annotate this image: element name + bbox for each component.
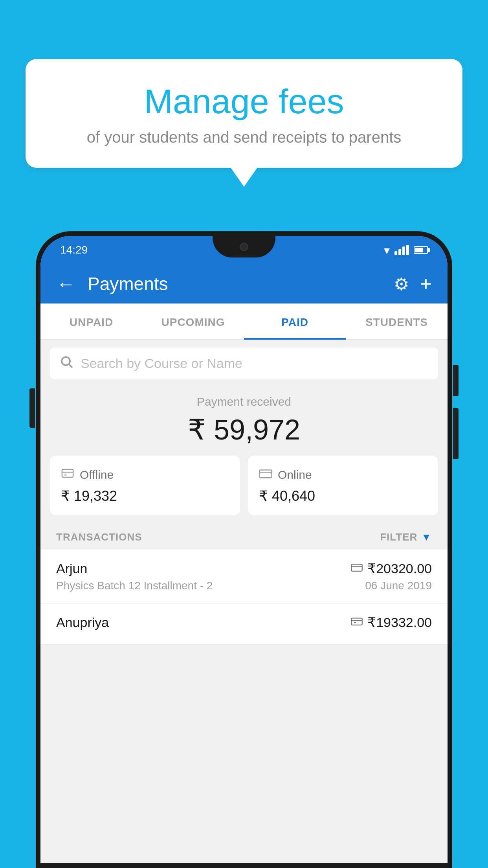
online-payment-card: Online ₹ 40,640 [248, 456, 438, 515]
payment-received-section: Payment received ₹ 59,972 [40, 379, 448, 456]
transaction-row-bottom: Physics Batch 12 Installment - 2 06 June… [56, 579, 432, 592]
tab-upcoming[interactable]: UPCOMING [142, 303, 244, 339]
background: Manage fees of your students and send re… [0, 0, 488, 868]
tab-students[interactable]: STUDENTS [346, 303, 448, 339]
filter-icon: ▼ [421, 531, 432, 543]
svg-rect-5 [259, 470, 272, 478]
filter-label: FILTER [380, 531, 417, 543]
online-icon [259, 467, 272, 483]
speech-bubble-container: Manage fees of your students and send re… [26, 59, 462, 187]
tabs-bar: UNPAID UPCOMING PAID STUDENTS [40, 303, 448, 340]
speech-bubble: Manage fees of your students and send re… [26, 59, 462, 168]
camera [240, 243, 248, 251]
online-amount: ₹ 40,640 [259, 488, 427, 504]
power-button-bottom [453, 408, 459, 459]
payment-received-amount: ₹ 59,972 [50, 413, 438, 446]
speech-bubble-arrow [230, 167, 258, 187]
page-title: Payments [88, 273, 382, 294]
volume-button [29, 388, 35, 428]
transaction-amount-container: ₹19332.00 [351, 614, 432, 630]
transaction-amount-container: ₹20320.00 [351, 561, 432, 576]
signal-icon [394, 245, 409, 255]
power-button-top [453, 365, 459, 396]
phone-mockup: 14:29 ▾ [36, 231, 452, 868]
status-time: 14:29 [60, 244, 88, 256]
online-card-header: Online [259, 467, 427, 483]
transaction-name: Anupriya [56, 615, 109, 630]
battery-icon [414, 246, 428, 254]
transactions-header: TRANSACTIONS FILTER ▼ [40, 525, 448, 550]
payment-cards: Offline ₹ 19,332 [40, 456, 448, 525]
app-header: ← Payments ⚙ + [40, 264, 448, 303]
svg-rect-2 [62, 469, 73, 477]
filter-button[interactable]: FILTER ▼ [380, 531, 432, 543]
bubble-subtitle: of your students and send receipts to pa… [49, 129, 439, 146]
back-button[interactable]: ← [56, 272, 76, 295]
transaction-amount: ₹20320.00 [367, 561, 432, 576]
phone-screen: 14:29 ▾ [40, 236, 448, 863]
transaction-row-top: Anupriya ₹19332.00 [56, 614, 432, 630]
battery-fill [415, 248, 423, 252]
offline-label: Offline [80, 468, 114, 482]
status-bar: 14:29 ▾ [40, 236, 448, 264]
bubble-title: Manage fees [49, 83, 439, 121]
cash-payment-icon [351, 616, 363, 629]
offline-amount: ₹ 19,332 [61, 488, 229, 504]
search-bar[interactable]: Search by Course or Name [50, 348, 438, 379]
header-icons: ⚙ + [394, 272, 432, 296]
offline-payment-card: Offline ₹ 19,332 [50, 456, 240, 515]
online-label: Online [278, 468, 312, 482]
table-row[interactable]: Arjun ₹20320.00 Physics [40, 550, 448, 603]
add-icon[interactable]: + [420, 272, 432, 296]
transaction-row-top: Arjun ₹20320.00 [56, 561, 432, 576]
status-icons: ▾ [384, 243, 428, 257]
transactions-label: TRANSACTIONS [56, 531, 142, 543]
offline-card-header: Offline [61, 467, 229, 483]
tab-unpaid[interactable]: UNPAID [40, 303, 142, 339]
notch [213, 236, 275, 257]
search-icon [59, 355, 73, 372]
table-row[interactable]: Anupriya ₹19332.00 [40, 603, 448, 645]
search-placeholder: Search by Course or Name [81, 356, 242, 371]
transaction-amount: ₹19332.00 [367, 614, 432, 630]
svg-point-0 [62, 357, 70, 365]
tab-paid[interactable]: PAID [244, 303, 346, 339]
svg-rect-9 [351, 618, 362, 625]
wifi-icon: ▾ [384, 243, 390, 257]
settings-icon[interactable]: ⚙ [394, 274, 409, 294]
transaction-name: Arjun [56, 561, 87, 576]
svg-rect-7 [351, 564, 362, 571]
card-payment-icon [351, 562, 363, 575]
content-area: Search by Course or Name Payment receive… [40, 348, 448, 645]
transaction-date: 06 June 2019 [365, 579, 432, 592]
transaction-course: Physics Batch 12 Installment - 2 [56, 579, 213, 592]
payment-received-label: Payment received [50, 395, 438, 408]
svg-line-1 [69, 364, 72, 368]
offline-icon [61, 467, 74, 483]
